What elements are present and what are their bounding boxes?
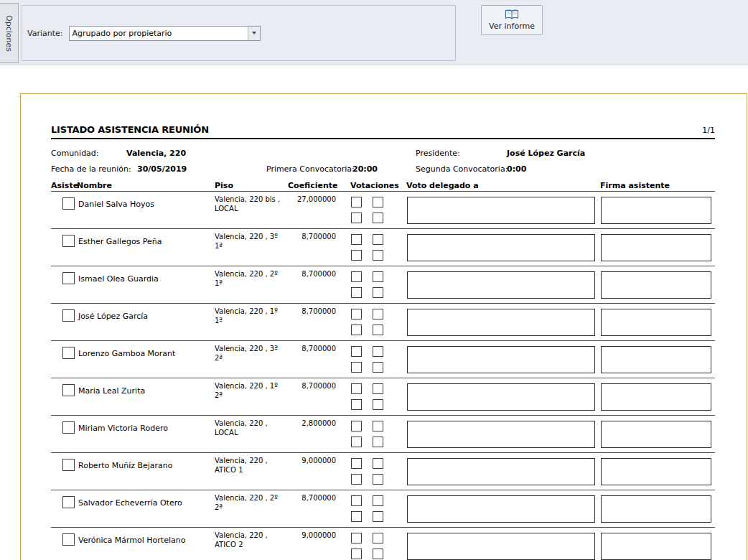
votacion-checkbox-3 — [351, 287, 362, 298]
votacion-checkbox-2 — [373, 309, 383, 319]
votacion-checkbox-3 — [351, 511, 362, 522]
tab-opciones-label: Opciones — [4, 15, 14, 52]
asiste-checkbox — [62, 459, 75, 471]
asiste-checkbox — [62, 309, 75, 322]
row-nombre: Esther Gallegos Peña — [78, 237, 162, 246]
votacion-checkbox-3 — [351, 250, 362, 261]
row-coeficiente: 8,700000 — [266, 382, 336, 390]
table-row: Daniel Salva Hoyos Valencia, 220 bis , L… — [51, 192, 715, 229]
col-coeficiente: Coeficiente — [288, 181, 338, 190]
table-row: José López García Valencia, 220 , 1º 1ª … — [51, 304, 715, 341]
comunidad-value: Valencia, 220 — [126, 149, 186, 158]
row-nombre: Miriam Victoria Rodero — [78, 424, 168, 433]
report-info-row-2: Fecha de la reunión: 30/05/2019 Primera … — [51, 162, 715, 177]
table-row: Salvador Echeverría Otero Valencia, 220 … — [51, 490, 715, 528]
votacion-checkbox-4 — [373, 437, 383, 447]
row-nombre: Salvador Echeverría Otero — [78, 498, 182, 508]
fecha-value: 30/05/2019 — [137, 164, 187, 174]
asiste-checkbox — [62, 197, 75, 210]
votacion-checkbox-1 — [351, 271, 362, 282]
variante-dropdown-button[interactable] — [248, 27, 260, 40]
votacion-checkbox-1 — [351, 383, 362, 394]
report-title: LISTADO ASISTENCIA REUNIÓN — [51, 124, 209, 135]
ver-informe-label: Ver informe — [489, 22, 535, 31]
votacion-checkbox-1 — [351, 346, 362, 357]
row-coeficiente: 8,700000 — [266, 345, 336, 353]
table-row: Lorenzo Gamboa Morant Valencia, 220 , 3ª… — [51, 341, 715, 378]
votacion-checkbox-3 — [351, 325, 362, 335]
firma-box — [601, 495, 711, 523]
row-nombre: Daniel Salva Hoyos — [78, 200, 154, 209]
votacion-checkbox-2 — [373, 234, 383, 245]
table-row: Ismael Olea Guardia Valencia, 220 , 2º 1… — [51, 266, 715, 304]
report-info-row-1: Comunidad: Valencia, 220 Presidente: Jos… — [51, 146, 715, 162]
firma-box — [601, 533, 711, 560]
toolbar: Opciones Variante: Agrupado por propieta… — [0, 0, 748, 65]
voto-delegado-box — [407, 234, 595, 261]
table-row: Maria Leal Zurita Valencia, 220 , 1º 2ª … — [51, 378, 715, 416]
comunidad-label: Comunidad: — [51, 149, 99, 158]
votacion-checkbox-4 — [373, 213, 383, 223]
row-coeficiente: 9,000000 — [266, 457, 336, 465]
report-rows: Daniel Salva Hoyos Valencia, 220 bis , L… — [51, 192, 715, 560]
votacion-checkbox-4 — [373, 287, 383, 298]
voto-delegado-box — [407, 197, 595, 224]
asiste-checkbox — [62, 384, 75, 396]
col-nombre: Nombre — [77, 181, 112, 190]
presidente-value: José López García — [507, 149, 585, 158]
row-coeficiente: 27,000000 — [266, 195, 336, 203]
voto-delegado-box — [407, 495, 595, 523]
col-firma: Firma asistente — [600, 181, 670, 190]
col-piso: Piso — [215, 181, 233, 190]
firma-box — [601, 421, 711, 448]
firma-box — [601, 346, 711, 373]
votacion-checkbox-2 — [373, 421, 383, 431]
options-panel: Variante: Agrupado por propietario — [22, 5, 456, 61]
votacion-checkbox-4 — [373, 511, 383, 522]
votacion-checkbox-4 — [373, 549, 383, 559]
primera-convocatoria-value: 20:00 — [352, 164, 378, 174]
row-coeficiente: 8,700000 — [266, 494, 336, 502]
report-book-icon — [505, 9, 519, 20]
votacion-checkbox-1 — [351, 234, 362, 245]
votacion-checkbox-2 — [373, 271, 383, 282]
firma-box — [601, 271, 711, 299]
votacion-checkbox-1 — [351, 197, 362, 207]
variante-dropdown[interactable]: Agrupado por propietario — [69, 26, 261, 41]
page-indicator: 1/1 — [702, 126, 715, 135]
table-row: Roberto Muñiz Bejarano Valencia, 220 , A… — [51, 453, 715, 490]
votacion-checkbox-3 — [351, 399, 362, 410]
presidente-label: Presidente: — [416, 149, 460, 158]
asiste-checkbox — [62, 496, 75, 508]
report-content: LISTADO ASISTENCIA REUNIÓN 1/1 Comunidad… — [51, 124, 715, 560]
asiste-checkbox — [62, 533, 75, 546]
votacion-checkbox-3 — [351, 437, 362, 447]
variante-label: Variante: — [27, 29, 63, 38]
col-votaciones: Votaciones — [350, 181, 399, 190]
votacion-checkbox-3 — [351, 362, 362, 373]
report-page: LISTADO ASISTENCIA REUNIÓN 1/1 Comunidad… — [20, 93, 747, 560]
firma-box — [601, 234, 711, 261]
firma-box — [601, 309, 711, 336]
votacion-checkbox-3 — [351, 213, 362, 223]
votacion-checkbox-1 — [351, 533, 362, 543]
row-nombre: Verónica Mármol Hortelano — [78, 536, 185, 545]
firma-box — [601, 458, 711, 485]
table-row: Miriam Victoria Rodero Valencia, 220 , L… — [51, 416, 715, 453]
segunda-convocatoria-value: 0:00 — [507, 164, 526, 174]
row-nombre: Lorenzo Gamboa Morant — [78, 349, 175, 358]
votacion-checkbox-2 — [373, 533, 383, 543]
voto-delegado-box — [407, 383, 595, 411]
primera-convocatoria-label: Primera Convocatoria: — [266, 164, 355, 174]
ver-informe-button[interactable]: Ver informe — [481, 5, 543, 35]
firma-box — [601, 383, 711, 411]
votacion-checkbox-4 — [373, 474, 383, 485]
row-coeficiente: 8,700000 — [266, 233, 336, 241]
votacion-checkbox-1 — [351, 309, 362, 319]
votacion-checkbox-3 — [351, 474, 362, 485]
row-coeficiente: 8,700000 — [266, 307, 336, 315]
tab-opciones[interactable]: Opciones — [0, 3, 19, 63]
variante-dropdown-value: Agrupado por propietario — [70, 29, 248, 38]
row-coeficiente: 2,800000 — [266, 419, 336, 427]
segunda-convocatoria-label: Segunda Convocatoria: — [416, 164, 508, 174]
